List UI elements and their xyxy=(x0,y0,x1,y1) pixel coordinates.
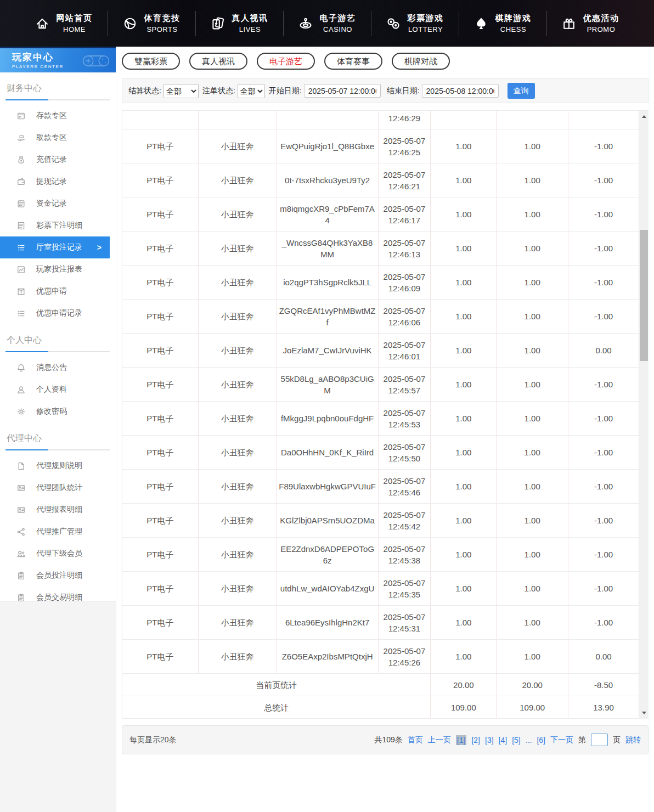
next-page-link[interactable]: 下一页 xyxy=(550,735,573,745)
nav-item-chess[interactable]: 棋牌游戏CHESS xyxy=(459,11,546,36)
nav-item-home[interactable]: 网站首页HOME xyxy=(20,11,108,36)
pagination-controls: 共109条 首页 上一页 [1][2][3][4][5] ... [6] 下一页… xyxy=(375,734,641,746)
tab-4[interactable]: 棋牌对战 xyxy=(392,53,450,70)
sidebar-item-s0-5[interactable]: 彩票下注明细 xyxy=(0,215,110,236)
sidebar-item-s2-3[interactable]: 代理推广管理 xyxy=(0,521,110,543)
nav-label-zh: 网站首页 xyxy=(57,13,93,24)
cell-time: 2025-05-0712:45:57 xyxy=(379,368,431,401)
cell-valid-bet: 1.00 xyxy=(497,232,568,265)
end-date-input[interactable] xyxy=(422,84,499,98)
page-stats-label: 当前页统计 xyxy=(122,674,431,696)
cell-valid-bet: 1.00 xyxy=(497,368,568,401)
sidebar-item-s1-0[interactable]: 消息公告 xyxy=(0,357,110,379)
cell-order-id: 0t-7tsxRhcku3yeU9Ty2 xyxy=(277,163,379,197)
nav-label-en: PROMO xyxy=(583,25,619,33)
table-row: PT电子小丑狂奔EE2ZdnxD6ADPEPOToG6z2025-05-0712… xyxy=(122,538,639,572)
sidebar-item-s0-9[interactable]: 优惠申请记录 xyxy=(0,302,110,324)
spade-icon xyxy=(474,16,488,31)
order-status-select[interactable]: 全部 xyxy=(238,84,265,98)
chart-report-icon xyxy=(16,265,26,274)
sidebar-item-s0-8[interactable]: 优惠申请 xyxy=(0,280,110,302)
jump-button[interactable]: 跳转 xyxy=(625,735,641,745)
cell-bet-amount: 1.00 xyxy=(431,402,497,435)
cell-win-loss: -1.00 xyxy=(568,368,639,401)
top-nav-items: 网站首页HOME体育竞技SPORTS真人视讯LIVES电子游艺CASINO彩票游… xyxy=(20,11,634,36)
first-page-link[interactable]: 首页 xyxy=(408,735,423,745)
cell-order-id: EE2ZdnxD6ADPEPOToG6z xyxy=(277,538,379,571)
sidebar-sections: 财务中心存款专区取款专区充值记录提现记录资金记录彩票下注明细厅室投注记录>玩家投… xyxy=(0,83,116,608)
cell-game: 小丑狂奔 xyxy=(199,606,277,639)
scroll-down-button[interactable] xyxy=(639,708,649,718)
sidebar-item-s0-4[interactable]: 资金记录 xyxy=(0,193,110,215)
cell-valid-bet: 1.00 xyxy=(497,572,568,605)
last-page-link[interactable]: [6] xyxy=(537,736,545,745)
search-button[interactable]: 查询 xyxy=(508,83,535,99)
tab-0[interactable]: 雙赢彩票 xyxy=(122,53,180,70)
cell-valid-bet: 1.00 xyxy=(497,266,568,299)
cell-win-loss: -1.00 xyxy=(568,232,639,265)
sidebar-item-s2-5[interactable]: 会员投注明细 xyxy=(0,565,110,587)
cell-platform: PT电子 xyxy=(122,402,199,435)
sidebar-item-s0-0[interactable]: 存款专区 xyxy=(0,105,110,127)
cell-bet-amount: 1.00 xyxy=(431,640,497,673)
prev-page-link[interactable]: 上一页 xyxy=(428,735,451,745)
tab-3[interactable]: 体育赛事 xyxy=(324,53,382,70)
tab-1[interactable]: 真人视讯 xyxy=(189,53,247,70)
cell-platform: PT电子 xyxy=(122,572,199,605)
nav-item-lottery[interactable]: 彩票游戏LOTTERY xyxy=(371,11,459,36)
table-row: PT电子小丑狂奔EwQPuigRjo1l_Q8BGbxe2025-05-0712… xyxy=(122,129,639,163)
cell-bet-amount: 1.00 xyxy=(431,129,497,163)
page-link-3[interactable]: [3] xyxy=(485,736,494,745)
sidebar-item-s1-1[interactable]: 个人资料 xyxy=(0,379,110,401)
cell-time: 2025-05-0712:45:50 xyxy=(379,436,431,469)
sidebar-item-s0-6[interactable]: 厅室投注记录> xyxy=(0,236,110,258)
passbook-icon xyxy=(16,199,26,208)
sidebar-item-s2-2[interactable]: 代理报表明细 xyxy=(0,499,110,521)
sidebar-item-s2-1[interactable]: 代理团队统计 xyxy=(0,477,110,499)
wallet-icon xyxy=(16,177,26,187)
scrollbar-thumb[interactable] xyxy=(640,230,648,361)
nav-item-lives[interactable]: 真人视讯LIVES xyxy=(195,11,283,36)
page-jump-input[interactable] xyxy=(591,734,608,746)
sidebar-item-s0-1[interactable]: 取款专区 xyxy=(0,127,110,149)
sidebar-item-s0-2[interactable]: 充值记录 xyxy=(0,149,110,171)
jump-suffix-label: 页 xyxy=(613,735,621,745)
page-link-2[interactable]: [2] xyxy=(471,736,480,745)
sidebar-item-s2-4[interactable]: 代理下级会员 xyxy=(0,543,110,565)
nav-item-casino[interactable]: 电子游艺CASINO xyxy=(283,11,371,36)
cell-win-loss: 0.00 xyxy=(568,640,639,673)
sidebar-item-s2-0[interactable]: 代理规则说明 xyxy=(0,455,110,477)
settle-status-label: 结算状态: xyxy=(128,86,161,96)
page-link-1[interactable]: [1] xyxy=(456,735,467,745)
total-stats-valid: 109.00 xyxy=(497,696,568,718)
sidebar-item-s0-3[interactable]: 提现记录 xyxy=(0,171,110,193)
cell-order-id: 6Ltea96EysIhlgHn2Kt7 xyxy=(277,606,379,639)
cell-game: 小丑狂奔 xyxy=(199,198,277,231)
cell-order-id: fMkggJ9Lpqbn0ouFdgHF xyxy=(277,402,379,435)
gift-icon xyxy=(562,16,576,31)
page-link-4[interactable]: [4] xyxy=(499,736,508,745)
cell-order-id: m8iqmgcXR9_cPbFem7A4 xyxy=(277,198,379,231)
cell-time: 2025-05-0712:45:38 xyxy=(379,538,431,571)
cell-game: 小丑狂奔 xyxy=(199,402,277,435)
per-page-label: 每页显示20条 xyxy=(129,735,177,745)
cell-time: 2025-05-0712:45:35 xyxy=(379,572,431,605)
cell-platform: PT电子 xyxy=(122,163,199,197)
nav-label-zh: 体育竞技 xyxy=(144,13,181,24)
table-scrollbar[interactable] xyxy=(639,111,649,719)
deposit-icon xyxy=(16,111,26,121)
sidebar-item-s2-6[interactable]: 会员交易明细 xyxy=(0,587,110,608)
settle-status-select[interactable]: 全部 xyxy=(164,84,199,98)
sidebar-section-0: 财务中心存款专区取款专区充值记录提现记录资金记录彩票下注明细厅室投注记录>玩家投… xyxy=(0,83,116,324)
start-date-input[interactable] xyxy=(304,84,381,98)
tab-2[interactable]: 电子游艺 xyxy=(257,53,315,70)
sidebar-item-s0-7[interactable]: 玩家投注报表 xyxy=(0,258,110,280)
scroll-up-button[interactable] xyxy=(639,112,649,121)
nav-label-zh: 棋牌游戏 xyxy=(495,13,532,24)
page-link-5[interactable]: [5] xyxy=(512,736,521,745)
nav-item-sports[interactable]: 体育竞技SPORTS xyxy=(108,11,195,36)
sidebar-item-s1-2[interactable]: 修改密码 xyxy=(0,401,110,422)
cell-valid-bet: 1.00 xyxy=(497,300,568,333)
nav-label-zh: 电子游艺 xyxy=(320,13,356,24)
nav-item-promo[interactable]: 优惠活动PROMO xyxy=(546,11,634,36)
